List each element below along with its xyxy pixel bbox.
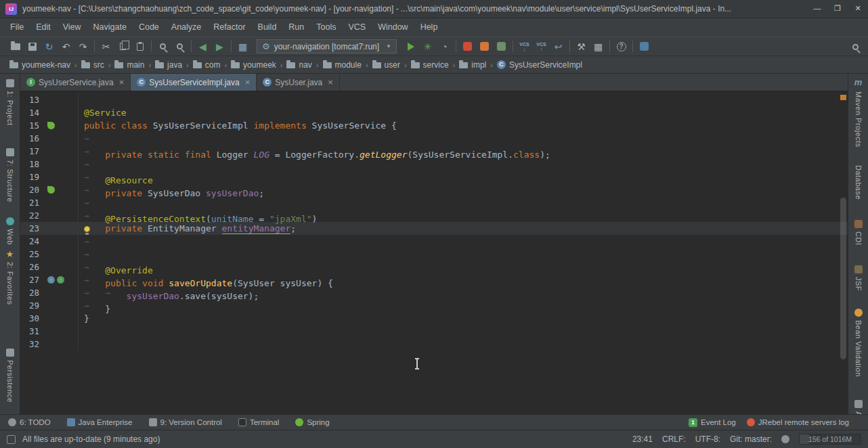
menu-item-file[interactable]: File — [4, 18, 30, 37]
breadcrumb-com[interactable]: com — [192, 60, 222, 70]
tool-button-spring[interactable]: Spring — [295, 418, 329, 426]
editor-tab-sysuserservice-java[interactable]: ISysUserService.java× — [20, 74, 131, 91]
menu-item-analyze[interactable]: Analyze — [165, 18, 207, 37]
line-number[interactable]: 31 — [20, 325, 39, 338]
tool-button-terminal[interactable]: Terminal — [238, 418, 279, 426]
tool-button-persistence[interactable]: Persistence — [6, 349, 14, 403]
line-number[interactable]: 23 — [20, 222, 39, 235]
close-tab-icon[interactable]: × — [245, 77, 251, 87]
find-icon[interactable] — [154, 38, 171, 55]
code-line-24[interactable]: 24→ — [20, 235, 848, 248]
editor-tab-sysuserserviceimpl-java[interactable]: CSysUserServiceImpl.java× — [131, 74, 257, 91]
close-tab-icon[interactable]: × — [119, 77, 125, 87]
cut-icon[interactable]: ✂ — [97, 38, 114, 55]
scrollbar-thumb[interactable] — [840, 198, 846, 359]
breadcrumb-youmeek-nav[interactable]: youmeek-nav — [8, 60, 72, 70]
code-line-30[interactable]: 30} — [20, 312, 848, 325]
tool-button-9-version-control[interactable]: 9: Version Control — [149, 418, 222, 426]
run-configuration-selector[interactable]: ⚙your-navigation [tomcat7:run]▼ — [257, 39, 397, 53]
run-coverage-icon[interactable]: ✳ — [419, 38, 436, 55]
search-everywhere-icon[interactable] — [847, 39, 864, 55]
compile-icon[interactable]: ▦ — [234, 38, 251, 55]
line-number[interactable]: 18 — [20, 158, 39, 171]
code-line-25[interactable]: 25→ — [20, 248, 848, 261]
menu-item-run[interactable]: Run — [282, 18, 310, 37]
open-file-icon[interactable] — [7, 38, 24, 55]
tool-button-maven-projects[interactable]: Maven Projects — [854, 91, 863, 148]
breadcrumb-main[interactable]: main — [113, 60, 146, 70]
tool-button-7-structure[interactable]: 7: Structure — [6, 148, 14, 202]
tool-button-database[interactable]: Database — [854, 165, 863, 200]
menu-item-navigate[interactable]: Navigate — [87, 18, 133, 37]
breadcrumb-user[interactable]: user — [371, 60, 402, 70]
code-line-20[interactable]: 20→private SysUserDao sysUserDao; — [20, 183, 848, 196]
line-number[interactable]: 25 — [20, 248, 39, 261]
implement-marker-icon[interactable]: ↑ — [57, 276, 64, 284]
code-line-23[interactable]: 23private EntityManager entityManager; — [20, 222, 848, 235]
vcs-update-icon[interactable]: VCS↓ — [516, 38, 533, 55]
spring-bean-icon[interactable] — [47, 186, 55, 194]
menu-item-build[interactable]: Build — [252, 18, 283, 37]
override-marker-icon[interactable]: ↑ — [47, 276, 55, 284]
line-number[interactable]: 29 — [20, 299, 39, 312]
code-line-28[interactable]: 28→→sysUserDao.save(sysUser); — [20, 286, 848, 299]
redo-icon[interactable]: ↷ — [74, 38, 91, 55]
menu-item-vcs[interactable]: VCS — [342, 18, 372, 37]
code-line-26[interactable]: 26→@Override — [20, 261, 848, 273]
line-number[interactable]: 13 — [20, 93, 39, 106]
help-icon[interactable]: ? — [613, 38, 630, 55]
breadcrumb-module[interactable]: module — [322, 60, 363, 70]
navigate-back-icon[interactable]: ◀ — [194, 38, 211, 55]
run-icon[interactable] — [402, 38, 419, 55]
profiler-icon[interactable]: ◔ — [436, 38, 453, 55]
menu-item-edit[interactable]: Edit — [30, 18, 57, 37]
menu-item-tools[interactable]: Tools — [310, 18, 342, 37]
breadcrumb-youmeek[interactable]: youmeek — [230, 60, 278, 70]
replace-icon[interactable] — [171, 38, 188, 55]
tool-button-event-log[interactable]: 1Event Log — [689, 418, 736, 427]
paste-icon[interactable] — [131, 38, 148, 55]
line-number[interactable]: 32 — [20, 338, 39, 351]
minimize-button[interactable]: — — [807, 0, 827, 18]
warning-stripe-mark[interactable] — [840, 95, 846, 100]
jrebel-run-icon[interactable] — [459, 38, 476, 55]
line-number[interactable]: 14 — [20, 106, 39, 119]
menu-item-window[interactable]: Window — [372, 18, 414, 37]
tool-button-web[interactable]: Web — [6, 217, 14, 245]
editor-tab-sysuser-java[interactable]: CSysUser.java× — [257, 74, 340, 91]
code-line-27[interactable]: 27↑↑→public void saveOrUpdate(SysUser sy… — [20, 273, 848, 286]
intention-bulb-icon[interactable] — [84, 222, 105, 235]
code-line-14[interactable]: 14@Service — [20, 106, 848, 119]
maximize-button[interactable]: ❐ — [827, 0, 848, 18]
line-number[interactable]: 20 — [20, 183, 39, 196]
menu-item-code[interactable]: Code — [133, 18, 165, 37]
jrebel-console-icon[interactable] — [636, 38, 653, 55]
editor-scrollbar[interactable] — [839, 91, 848, 414]
line-number[interactable]: 27 — [20, 273, 39, 286]
spring-bean-icon[interactable] — [47, 122, 55, 129]
toggle-toolwindows-icon[interactable] — [7, 435, 16, 444]
code-line-13[interactable]: 13 — [20, 93, 848, 106]
line-ending-widget[interactable]: CRLF: — [662, 434, 686, 444]
hector-inspector-icon[interactable] — [781, 435, 789, 443]
synchronize-icon[interactable]: ↻ — [41, 38, 58, 55]
line-number[interactable]: 28 — [20, 286, 39, 299]
save-all-icon[interactable] — [24, 38, 41, 55]
line-number[interactable]: 21 — [20, 196, 39, 209]
tool-button-1-project[interactable]: 1: Project — [6, 79, 14, 125]
line-number[interactable]: 17 — [20, 145, 39, 158]
code-line-19[interactable]: 19→@Resource — [20, 171, 848, 183]
code-line-15[interactable]: 15public class SysUserServiceImpl implem… — [20, 119, 848, 132]
copy-icon[interactable] — [114, 38, 131, 55]
menu-item-refactor[interactable]: Refactor — [207, 18, 251, 37]
line-number[interactable]: 19 — [20, 171, 39, 183]
breadcrumb-sysuserserviceimpl[interactable]: CSysUserServiceImpl — [496, 60, 584, 70]
close-tab-icon[interactable]: × — [328, 77, 333, 87]
line-number[interactable]: 16 — [20, 132, 39, 145]
undo-icon[interactable]: ↶ — [58, 38, 74, 55]
line-number[interactable]: 30 — [20, 312, 39, 325]
breadcrumb-java[interactable]: java — [154, 60, 183, 70]
line-number[interactable]: 24 — [20, 235, 39, 248]
breadcrumb-impl[interactable]: impl — [458, 60, 487, 70]
code-line-32[interactable]: 32 — [20, 338, 848, 351]
